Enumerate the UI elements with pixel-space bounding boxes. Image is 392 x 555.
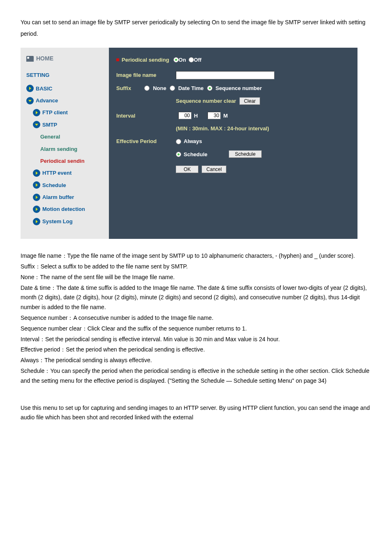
arrow-down-icon — [33, 121, 40, 128]
arrow-right-icon — [33, 218, 40, 225]
config-screenshot: HOME SETTING BASIC Advance FTP client SM… — [21, 48, 357, 239]
setting-header: SETTING — [21, 66, 109, 82]
nav-label: SMTP — [42, 120, 57, 130]
nav-ftp-client[interactable]: FTP client — [21, 106, 109, 118]
nav-label: General — [40, 132, 60, 141]
nav-advance[interactable]: Advance — [21, 95, 109, 106]
nav-http-event[interactable]: HTTP event — [21, 167, 109, 179]
arrow-right-icon — [33, 109, 40, 116]
arrow-right-icon — [33, 181, 40, 189]
cancel-button[interactable]: Cancel — [202, 166, 226, 173]
radio-none[interactable] — [144, 86, 150, 91]
intro-paragraph: You can set to send an image file by SMT… — [21, 16, 371, 39]
nav-system-log[interactable]: System Log — [21, 215, 109, 227]
nav-smtp[interactable]: SMTP — [21, 119, 109, 131]
always-label: Always — [184, 136, 202, 146]
clear-button[interactable]: Clear — [240, 97, 261, 105]
config-panel: Periodical sending On Off Image file nam… — [109, 48, 282, 239]
image-file-name-label: Image file name — [116, 70, 176, 80]
seq-clear-label: Sequence number clear — [176, 96, 236, 106]
nav-label: Alarm buffer — [42, 192, 74, 202]
effective-period-label: Effective Period — [116, 136, 176, 146]
nav-periodical-sending[interactable]: Periodical sendin — [21, 155, 109, 167]
nav-label: System Log — [42, 217, 73, 226]
para-http-intro: Use this menu to set up for capturing an… — [21, 403, 371, 423]
nav-label: Alarm sending — [40, 144, 77, 154]
radio-schedule[interactable] — [176, 152, 181, 157]
para-suffix: Suffix：Select a suffix to be added to th… — [21, 262, 371, 272]
arrow-right-icon — [26, 85, 34, 92]
ok-button[interactable]: OK — [176, 166, 198, 173]
bullet-icon — [116, 58, 119, 61]
schedule-button[interactable]: Schedule — [229, 150, 262, 158]
para-seq-clear: Sequence number clear：Click Clear and th… — [21, 324, 371, 334]
nav-alarm-sending[interactable]: Alarm sending — [21, 143, 109, 155]
interval-m-input[interactable] — [208, 112, 221, 119]
interval-hint: (MIN : 30min. MAX : 24-hour interval) — [116, 124, 274, 133]
camera-icon — [26, 56, 34, 62]
radio-on[interactable] — [173, 57, 179, 62]
nav-label: Schedule — [42, 180, 66, 190]
para-schedule: Schedule：You can specify the period when… — [21, 366, 371, 386]
arrow-right-icon — [33, 206, 40, 213]
m-label: M — [223, 111, 228, 120]
radio-date-time[interactable] — [170, 86, 175, 91]
para-image-file-name: Image file name：Type the file name of th… — [21, 251, 371, 261]
panel-title: Periodical sending — [122, 55, 169, 65]
para-sequence-number: Sequence number：A consecutive number is … — [21, 313, 371, 323]
para-effective-period: Effective period：Set the period when the… — [21, 345, 371, 355]
nav-basic[interactable]: BASIC — [21, 83, 109, 95]
arrow-right-icon — [33, 194, 40, 201]
nav-label: Periodical sendin — [40, 156, 85, 166]
nav-label: FTP client — [42, 108, 68, 117]
on-label: On — [179, 55, 186, 65]
interval-label: Interval — [116, 111, 176, 120]
sidebar: HOME SETTING BASIC Advance FTP client SM… — [21, 48, 109, 239]
para-interval: Interval：Set the periodical sending is e… — [21, 335, 371, 345]
home-label: HOME — [36, 53, 53, 64]
none-label: None — [153, 83, 166, 93]
h-label: H — [194, 111, 198, 120]
nav-alarm-buffer[interactable]: Alarm buffer — [21, 191, 109, 203]
nav-label: Motion detection — [42, 204, 85, 214]
off-label: Off — [194, 55, 202, 65]
radio-always[interactable] — [176, 139, 181, 144]
nav-schedule[interactable]: Schedule — [21, 179, 109, 191]
para-none: None：The name of the sent file will be t… — [21, 273, 371, 282]
suffix-label: Suffix — [116, 83, 131, 93]
arrow-down-icon — [26, 97, 34, 104]
sequence-label: Sequence number — [216, 83, 262, 93]
nav-motion-detection[interactable]: Motion detection — [21, 203, 109, 215]
interval-h-input[interactable] — [178, 112, 191, 119]
nav-label: HTTP event — [42, 168, 71, 178]
schedule-label: Schedule — [184, 150, 208, 159]
panel-header: Periodical sending On Off — [116, 55, 274, 65]
date-time-label: Date Time — [178, 83, 204, 93]
para-always: Always：The periodical sending is always … — [21, 356, 371, 365]
arrow-right-icon — [33, 169, 40, 177]
image-file-name-input[interactable] — [176, 71, 274, 79]
radio-sequence[interactable] — [207, 86, 212, 91]
nav-general[interactable]: General — [21, 131, 109, 143]
nav-label: Advance — [36, 96, 58, 105]
home-link[interactable]: HOME — [21, 51, 109, 66]
nav-label: BASIC — [36, 84, 52, 93]
radio-off[interactable] — [189, 57, 194, 62]
para-date-time: Date & time：The date & time suffix is ad… — [21, 283, 371, 312]
